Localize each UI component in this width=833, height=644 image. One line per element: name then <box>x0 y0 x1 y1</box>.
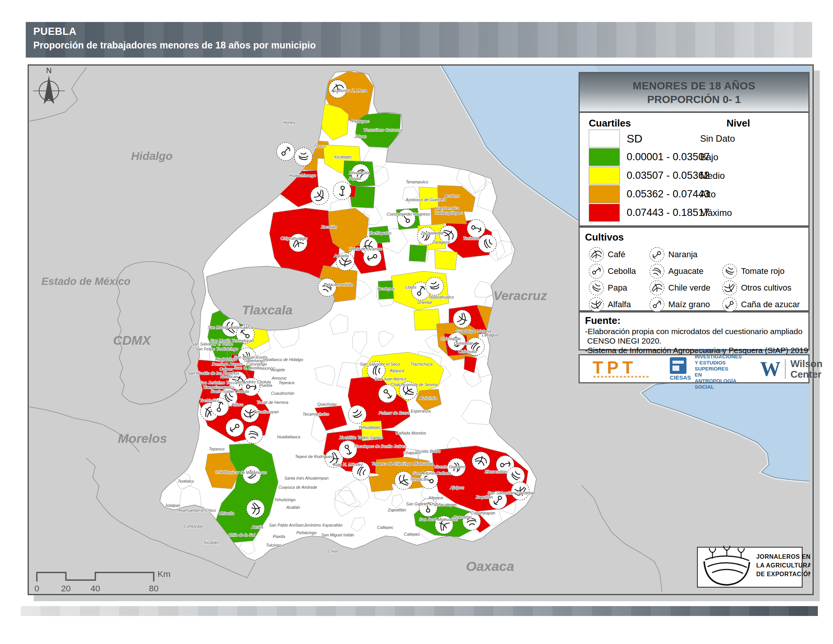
quartile-nivel: Sin Dato <box>700 134 735 144</box>
jornaleros-text-line: LA AGRICULTURA <box>756 562 810 568</box>
municipality-label: San Jerónimo Xayacatlán <box>295 523 343 527</box>
crop-marker <box>453 310 471 328</box>
municipality-label: Zacatlán <box>321 225 337 229</box>
legend-title-line2: PROPORCIÓN 0- 1 <box>580 93 808 106</box>
municipality-label: Zihuateutla <box>349 171 370 175</box>
municipality-label: Zacapoaxtla <box>420 231 443 235</box>
municipality-label: Libres <box>405 285 416 290</box>
municipality-label: Cohetzala <box>184 524 203 528</box>
jornaleros-logo: JORNALEROS ENLA AGRICULTURADE EXPORTACIÓ… <box>698 546 810 588</box>
municipality-label: Atzitzintla <box>419 396 437 401</box>
municipality-label: Venustiano Carranza <box>363 128 402 132</box>
cultivo-item: Caña de azucar <box>721 296 800 313</box>
municipality-label: Tepanco de López <box>372 461 406 466</box>
municipality-label: Ixtacamaxtitlán <box>325 282 353 287</box>
municipality-label: Tecamachalco <box>302 412 329 416</box>
municipality-label: Vicente Guerrero <box>434 464 465 469</box>
scale-tick-label: 80 <box>149 583 158 592</box>
municipality-label: Zapotitlán <box>388 508 406 512</box>
fuente-label: Fuente: <box>585 315 803 327</box>
municipality-label: Chila de la Sal <box>228 533 255 537</box>
cultivos-grid: CaféCebollaPapaAlfalfaNaranjaAguacateChi… <box>585 243 803 311</box>
quartile-range: SD <box>627 132 643 145</box>
municipality-label: Aquixtla <box>334 253 349 258</box>
municipality-label: Acateno <box>444 193 460 198</box>
municipality-label: Calpan <box>220 367 233 371</box>
state-label: Oaxaca <box>466 559 514 574</box>
caf--icon <box>588 246 605 263</box>
scale-unit-label: Km <box>158 569 170 579</box>
municipality-label: Quimixtlán <box>454 341 474 346</box>
crop-marker <box>478 235 496 253</box>
municipality-label: Pantepec <box>352 119 370 124</box>
wilson-text-line: Wilson <box>790 358 822 369</box>
cultivo-label: Caña de azucar <box>741 299 800 309</box>
quartile-range: 0.05362 - 0.07443 <box>627 188 709 200</box>
municipality-label: Jalpan <box>354 134 367 138</box>
alfalfa-icon <box>588 296 605 313</box>
cultivo-label: Naranja <box>668 250 698 259</box>
crop-marker <box>426 277 444 295</box>
cultivo-item: Otros cultivos <box>721 280 791 296</box>
state-label: CDMX <box>113 333 151 348</box>
crop-marker <box>226 419 244 437</box>
quartile-row: 0.00001 - 0.03507Bajo <box>589 148 799 166</box>
municipality-label: Zinacatepec <box>434 502 457 507</box>
crop-marker <box>294 148 312 166</box>
map-subtitle: Proporción de trabajadores menores de 18… <box>33 40 812 51</box>
municipality-label: Xicotlán <box>203 540 219 545</box>
municipality-label: Chignahuapan <box>281 236 307 241</box>
municipality-label: Chila <box>328 549 338 554</box>
municipality-label: Tlatlauquitepec <box>435 211 463 215</box>
cultivo-item: Café <box>588 246 625 263</box>
crop-marker <box>318 279 336 296</box>
municipality-label: Tlacotepec de Benito Juárez <box>354 444 406 449</box>
crop-marker <box>348 405 367 423</box>
municipality-label: Altepexi <box>428 496 443 500</box>
naranja-icon <box>649 246 665 263</box>
state-label: Estado de México <box>41 275 130 287</box>
municipality-label: Tochimilco <box>200 398 219 402</box>
municipality-label: Piaxtla <box>273 534 285 539</box>
municipality-label: Santa Isabel Cholula <box>211 389 249 394</box>
municipality-label: Tepatlaxco de Hidalgo <box>262 357 303 362</box>
municipality-label: Zaragoza <box>432 240 450 244</box>
quartile-range: 0.07443 - 0.18517 <box>627 207 709 219</box>
quartile-nivel: Bajo <box>700 152 718 163</box>
municipality-label: Tulcingo <box>266 543 281 547</box>
municipality-label: Tlaxco <box>314 144 326 148</box>
municipality-label: Hueytamalco <box>435 206 459 210</box>
municipality-label: Esperanza <box>411 409 431 413</box>
municipality-label: Cañada Morelos <box>396 431 426 435</box>
crop-marker <box>333 182 351 200</box>
crop-marker <box>378 385 396 402</box>
municipality-label: Tepeyahualco <box>428 295 454 299</box>
crop-marker <box>277 142 295 161</box>
aguacate-icon <box>649 263 665 280</box>
scale-tick-label: 0 <box>34 583 39 592</box>
municipality-region-bajo <box>409 245 427 262</box>
tomate-rojo-icon <box>721 263 738 280</box>
municipality-label: Huauchinango <box>289 173 316 178</box>
municipality-label: Tepeaca <box>279 380 294 385</box>
cultivo-label: Chile verde <box>668 283 710 293</box>
legend-title-line1: MENORES DE 18 AÑOS <box>580 80 808 92</box>
municipality-label: Juan C. Bonilla <box>233 365 261 370</box>
map-title: PUEBLA <box>33 26 812 37</box>
cultivo-label: Café <box>608 250 625 259</box>
ciesas-acronym: CIESAS <box>670 374 691 381</box>
municipality-label: San Matías Tlalancaleca <box>207 325 253 330</box>
tpt-logo: TPT <box>580 360 650 378</box>
quartile-range: 0.03507 - 0.05362 <box>627 170 709 182</box>
crop-marker <box>472 452 490 470</box>
cultivo-item: Naranja <box>649 246 698 263</box>
ciesas-icon <box>670 357 687 374</box>
municipality-label: Jolalpan <box>164 503 180 508</box>
cultivo-item: Tomate rojo <box>721 263 785 280</box>
quartile-swatch-alto <box>589 185 620 203</box>
municipality-label: Amozoc <box>272 376 287 380</box>
cultivo-item: Papa <box>588 280 627 296</box>
municipality-label: Cuetzalan del Progreso <box>387 212 430 216</box>
fuente-line: CENSO INEGI 2020. <box>585 336 803 346</box>
municipality-label: Coyomeapan <box>471 510 495 515</box>
